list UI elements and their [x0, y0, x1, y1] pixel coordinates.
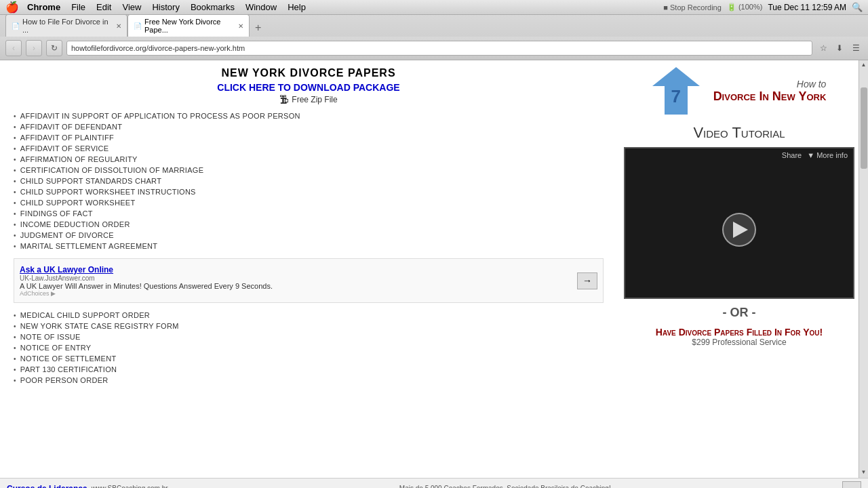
list-item[interactable]: AFFIDAVIT OF SERVICE — [14, 143, 604, 154]
right-column: 7 How to Divorce In New York Video Tutor… — [624, 67, 854, 386]
menu-view[interactable]: View — [122, 2, 141, 12]
list-item[interactable]: NOTICE OF SETTLEMENT — [14, 353, 604, 364]
list-item[interactable]: CHILD SUPPORT WORKSHEET — [14, 197, 604, 208]
bottom-ad-left: Cursos de Liderança www.SBCoaching.com.b… — [7, 484, 168, 489]
recording-indicator: ■ Stop Recording — [663, 3, 722, 12]
free-zip-row: 🗜 Free Zip File — [14, 94, 604, 105]
scrollbar-up[interactable]: ▲ — [860, 60, 868, 69]
list-item[interactable]: NOTICE OF ENTRY — [14, 342, 604, 353]
bottom-ad-arrow-button[interactable]: → — [842, 481, 861, 489]
video-player — [625, 162, 853, 298]
ad-section: Ask a UK Lawyer Online UK-Law.JustAnswer… — [14, 258, 604, 303]
video-player-wrapper: Share ▼ More info — [624, 147, 854, 299]
tab-bar: 📄 How to File For Divorce in ... ✕ 📄 Fre… — [0, 15, 868, 37]
more-info-button[interactable]: ▼ More info — [807, 151, 848, 159]
ad-choices[interactable]: AdChoices ▶ — [20, 290, 273, 297]
ad-description: A UK Lawyer Will Answer in Minutes! Ques… — [20, 282, 273, 290]
list-item[interactable]: MEDICAL CHILD SUPPORT ORDER — [14, 310, 604, 321]
download-package-link[interactable]: Click Here To Download Package — [217, 82, 399, 93]
video-section: Video Tutorial Share ▼ More info - OR - — [624, 124, 854, 347]
right-top-row: 7 How to Divorce In New York — [652, 67, 827, 115]
or-divider: - OR - — [624, 306, 854, 320]
share-button[interactable]: Share — [782, 151, 802, 159]
tab-2-title: Free New York Divorce Pape... — [144, 18, 233, 34]
arrow-number: 7 — [671, 86, 680, 107]
document-list-1: AFFIDAVIT IN SUPPORT OF APPLICATION TO P… — [14, 110, 604, 251]
menu-help[interactable]: Help — [288, 2, 306, 12]
bottom-ad-description: Mais de 5.000 Coaches Formados. Sociedad… — [399, 485, 611, 488]
list-item[interactable]: POOR PERSON ORDER — [14, 375, 604, 386]
list-item[interactable]: AFFIRMATION OF REGULARITY — [14, 154, 604, 165]
back-button[interactable]: ‹ — [5, 40, 22, 56]
tab-2-close[interactable]: ✕ — [238, 22, 243, 30]
menu-chrome[interactable]: Chrome — [27, 2, 60, 12]
list-item[interactable]: NEW YORK STATE CASE REGISTRY FORM — [14, 321, 604, 331]
menu-window[interactable]: Window — [245, 2, 277, 12]
ad-link[interactable]: Ask a UK Lawyer Online — [20, 265, 113, 274]
refresh-button[interactable]: ↻ — [46, 40, 62, 56]
new-tab-button[interactable]: + — [250, 19, 267, 37]
menu-bar: Chrome File Edit View History Bookmarks … — [27, 2, 306, 12]
document-list-2: MEDICAL CHILD SUPPORT ORDER NEW YORK STA… — [14, 310, 604, 386]
left-column: NEW YORK DIVORCE PAPERS Click Here To Do… — [14, 67, 610, 386]
scrollbar[interactable]: ▲ ▼ — [859, 60, 868, 478]
list-item[interactable]: INCOME DEDUCTION ORDER — [14, 219, 604, 230]
list-item[interactable]: AFFIDAVIT OF DEFENDANT — [14, 121, 604, 132]
forward-button[interactable]: › — [26, 40, 42, 56]
menu-history[interactable]: History — [152, 2, 179, 12]
apple-menu[interactable]: 🍎 — [5, 1, 19, 14]
tab-1-title: How to File For Divorce in ... — [22, 18, 111, 34]
download-section: Click Here To Download Package 🗜 Free Zi… — [14, 82, 604, 105]
menu-edit[interactable]: Edit — [96, 2, 111, 12]
number-arrow-container: 7 — [652, 67, 700, 115]
bookmark-icon[interactable]: ☆ — [816, 41, 830, 55]
title-bar: 🍎 Chrome File Edit View History Bookmark… — [0, 0, 868, 15]
tab-2-favicon: 📄 — [134, 22, 142, 30]
cta-sub: $299 Professional Service — [624, 338, 854, 347]
video-title: Video Tutorial — [624, 124, 854, 142]
nav-right: ☆ ⬇ ☰ — [816, 41, 863, 55]
tab-1-favicon: 📄 — [12, 22, 20, 30]
settings-icon[interactable]: ☰ — [849, 41, 863, 55]
cta-link[interactable]: Have Divorce Papers Filled In For You! — [656, 327, 823, 338]
list-item[interactable]: PART 130 CERTIFICATION — [14, 364, 604, 375]
list-item[interactable]: CHILD SUPPORT WORKSHEET INSTRUCTIONS — [14, 186, 604, 197]
tab-1-close[interactable]: ✕ — [116, 22, 121, 30]
play-button[interactable] — [722, 213, 756, 247]
list-item[interactable]: CERTIFICATION OF DISSOLTUION OF MARRIAGE — [14, 165, 604, 176]
video-controls-top: Share ▼ More info — [625, 148, 853, 162]
tab-1[interactable]: 📄 How to File For Divorce in ... ✕ — [5, 14, 127, 37]
list-item[interactable]: CHILD SUPPORT STANDARDS CHART — [14, 176, 604, 186]
list-item[interactable]: MARITAL SETTLEMENT AGREEMENT — [14, 241, 604, 251]
bottom-ad-link[interactable]: Cursos de Liderança — [7, 484, 87, 489]
play-triangle-icon — [733, 222, 748, 238]
menu-bookmarks[interactable]: Bookmarks — [191, 2, 235, 12]
browser-chrome: 📄 How to File For Divorce in ... ✕ 📄 Fre… — [0, 15, 868, 60]
bottom-ad-bar: Cursos de Liderança www.SBCoaching.com.b… — [0, 478, 868, 488]
scrollbar-thumb[interactable] — [861, 87, 867, 169]
list-item[interactable]: NOTE OF ISSUE — [14, 331, 604, 342]
bottom-ad-url: www.SBCoaching.com.br — [92, 485, 168, 488]
zip-file-icon: 🗜 — [279, 94, 289, 105]
browser-content: NEW YORK DIVORCE PAPERS Click Here To Do… — [0, 60, 868, 478]
tab-2[interactable]: 📄 Free New York Divorce Pape... ✕ — [127, 14, 250, 37]
list-item[interactable]: FINDINGS OF FACT — [14, 208, 604, 219]
right-header: 7 How to Divorce In New York — [624, 67, 854, 119]
ad-arrow-button[interactable]: → — [577, 272, 597, 289]
title-bar-right: ■ Stop Recording 🔋 (100%) Tue Dec 11 12:… — [663, 2, 863, 12]
list-item[interactable]: AFFIDAVIT IN SUPPORT OF APPLICATION TO P… — [14, 110, 604, 121]
scrollbar-down[interactable]: ▼ — [860, 468, 868, 476]
list-item[interactable]: AFFIDAVIT OF PLAINTIFF — [14, 132, 604, 143]
page-content: NEW YORK DIVORCE PAPERS Click Here To Do… — [0, 60, 868, 478]
list-item[interactable]: JUDGMENT OF DIVORCE — [14, 230, 604, 241]
nav-bar: ‹ › ↻ ☆ ⬇ ☰ — [0, 37, 868, 60]
url-bar[interactable] — [66, 41, 812, 56]
how-to-text: How to — [713, 79, 827, 89]
free-zip-label: Free Zip File — [292, 95, 337, 104]
menu-file[interactable]: File — [71, 2, 85, 12]
page-main-title: NEW YORK DIVORCE PAPERS — [14, 67, 604, 79]
page-header: NEW YORK DIVORCE PAPERS Click Here To Do… — [14, 67, 604, 105]
search-icon[interactable]: 🔍 — [852, 2, 863, 12]
download-icon[interactable]: ⬇ — [833, 41, 846, 55]
divorce-link[interactable]: Divorce In New York — [713, 89, 827, 103]
